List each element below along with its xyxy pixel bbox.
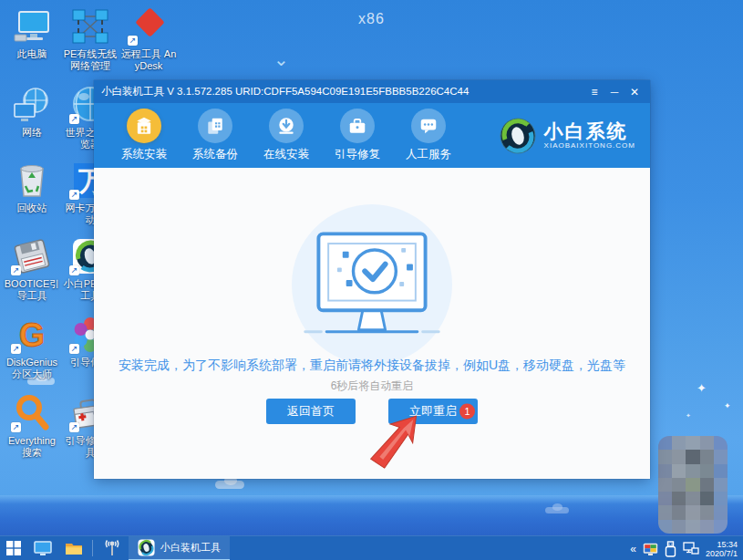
shortcut-arrow-icon	[69, 422, 79, 432]
button-row: 返回首页 立即重启1	[94, 399, 650, 424]
completion-message: 安装完成，为了不影响系统部署，重启前请将外接设备拔掉，例如U盘，移动硬盘，光盘等	[94, 358, 650, 374]
xiaobai-logo-icon	[499, 117, 537, 155]
display-settings-icon[interactable]	[643, 543, 658, 555]
sparkle-icon	[686, 412, 691, 420]
desktop-icon-label: BOOTICE引导工具	[4, 278, 60, 302]
brand-name: 小白系统	[544, 121, 635, 141]
desktop-icon-diskgenius[interactable]: G DiskGenius分区大师	[4, 314, 60, 380]
system-tray: « 15:34 2020/7/1	[630, 536, 741, 560]
restart-now-button[interactable]: 立即重启1	[388, 399, 478, 424]
diskgenius-icon: G	[4, 314, 60, 354]
tab-human-service[interactable]: 人工服务	[393, 109, 464, 162]
window-nav: 系统安装 系统备份 在线安装 引导修复	[94, 103, 650, 168]
download-icon	[269, 109, 304, 143]
shortcut-arrow-icon	[69, 190, 79, 200]
desktop-icon-pe-network-manager[interactable]: PE有线无线网络管理	[62, 5, 119, 72]
shortcut-arrow-icon	[11, 265, 21, 275]
folder-icon	[65, 541, 83, 555]
tab-label: 在线安装	[263, 147, 309, 162]
start-button[interactable]	[0, 536, 27, 560]
brand-logo: 小白系统 XIAOBAIXITONG.COM	[499, 117, 635, 155]
tab-label: 系统备份	[192, 147, 238, 162]
desktop-icon-label: DiskGenius分区大师	[4, 357, 60, 380]
clock-time: 15:34	[706, 540, 738, 549]
chat-bubble-icon	[411, 109, 446, 143]
desktop-icon-label: 此电脑	[4, 48, 60, 60]
file-explorer-button[interactable]	[58, 536, 89, 560]
wireless-tool-button[interactable]	[96, 536, 129, 560]
window-title: 小白装机工具 V 3.1.572.285 URID:CDFF5A594C09E1…	[101, 85, 586, 99]
network-status-icon[interactable]	[683, 542, 699, 555]
tab-system-backup[interactable]: 系统备份	[180, 109, 251, 162]
usb-device-icon[interactable]	[665, 541, 676, 557]
close-icon[interactable]: ✕	[626, 84, 643, 100]
sparkle-icon	[697, 381, 707, 395]
desktop-icon-label: 网络	[4, 127, 60, 139]
sea-background	[0, 495, 743, 535]
desktop-icon-label: 回收站	[4, 202, 60, 214]
tab-system-install[interactable]: 系统安装	[108, 109, 180, 162]
network-globe-icon	[4, 84, 60, 124]
desktop-icon-anydesk[interactable]: 远程工具 AnyDesk	[120, 5, 177, 72]
taskbar: 小白装机工具 « 15:34 2020/7/1	[0, 535, 743, 560]
antenna-icon	[102, 539, 122, 557]
clock-date: 2020/7/1	[706, 549, 738, 558]
desktop-icon-bootice[interactable]: BOOTICE引导工具	[4, 235, 60, 302]
monitor-check-icon	[296, 226, 448, 343]
back-home-button[interactable]: 返回首页	[266, 399, 356, 424]
shortcut-arrow-icon	[69, 114, 79, 124]
brand-site: XIAOBAIXITONG.COM	[544, 141, 635, 150]
anydesk-icon	[120, 5, 177, 46]
censored-region	[658, 436, 728, 534]
desktop-icon-network[interactable]: 网络	[4, 84, 60, 139]
shortcut-arrow-icon	[11, 344, 21, 354]
shortcut-arrow-icon	[69, 265, 79, 275]
windows-logo-icon	[6, 541, 21, 555]
network-diagram-icon	[62, 5, 119, 46]
shortcut-arrow-icon	[69, 344, 79, 354]
step-badge: 1	[459, 404, 475, 420]
desktop: x86 ⌄ 此电脑 PE有线无线网络管理 远程工具 AnyDesk 网络	[0, 0, 743, 560]
tray-expand-icon[interactable]: «	[630, 543, 636, 555]
restart-label: 立即重启	[409, 404, 457, 418]
computer-icon	[4, 5, 60, 46]
desktop-icon-this-pc[interactable]: 此电脑	[4, 5, 60, 60]
success-illustration	[292, 204, 452, 365]
desktop-icon-label: 远程工具 AnyDesk	[120, 48, 177, 72]
desktop-icon-label: Everything搜索	[4, 435, 60, 459]
chevron-down-icon: ⌄	[273, 53, 289, 66]
cloud-decoration	[545, 507, 569, 513]
minimize-icon[interactable]: ─	[606, 84, 623, 100]
window-controls: ≡ ─ ✕	[586, 84, 643, 100]
shortcut-arrow-icon	[11, 422, 21, 432]
window-titlebar: 小白装机工具 V 3.1.572.285 URID:CDFF5A594C09E1…	[94, 80, 650, 103]
show-desktop-button[interactable]	[27, 536, 58, 560]
desktop-icon-label: PE有线无线网络管理	[62, 48, 119, 72]
diskgenius-glyph: G	[19, 316, 45, 354]
taskbar-app-label: 小白装机工具	[160, 541, 221, 555]
installer-window: 小白装机工具 V 3.1.572.285 URID:CDFF5A594C09E1…	[94, 80, 650, 479]
tab-label: 引导修复	[335, 147, 380, 162]
tab-label: 人工服务	[406, 147, 451, 162]
tab-label: 系统安装	[121, 147, 167, 162]
taskbar-app-xiaobai[interactable]: 小白装机工具	[129, 536, 230, 560]
shortcut-arrow-icon	[128, 36, 138, 46]
tab-online-install[interactable]: 在线安装	[251, 109, 322, 162]
taskbar-clock[interactable]: 15:34 2020/7/1	[706, 540, 738, 558]
magnifier-icon	[4, 392, 60, 432]
xiaobai-app-icon	[138, 539, 155, 556]
window-content: 安装完成，为了不影响系统部署，重启前请将外接设备拔掉，例如U盘，移动硬盘，光盘等…	[94, 168, 650, 479]
desktop-icon-everything[interactable]: Everything搜索	[4, 392, 60, 459]
tab-boot-repair[interactable]: 引导修复	[322, 109, 393, 162]
menu-icon[interactable]: ≡	[586, 84, 603, 100]
recycle-bin-icon	[4, 160, 60, 200]
install-box-icon	[127, 109, 161, 143]
floppy-disk-icon	[4, 235, 60, 275]
taskbar-divider	[92, 540, 93, 556]
desktop-icon-recycle-bin[interactable]: 回收站	[4, 160, 60, 214]
toolbox-repair-icon	[340, 109, 375, 143]
cloud-decoration	[215, 481, 244, 489]
backup-pages-icon	[198, 109, 232, 143]
desktop-icon	[34, 541, 52, 555]
sparkle-icon	[724, 401, 731, 410]
